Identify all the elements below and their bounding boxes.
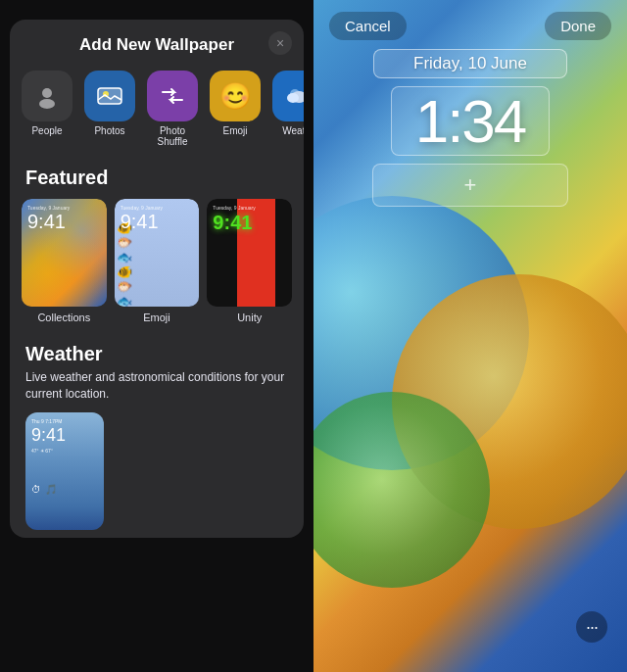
featured-unity[interactable]: Tuesday, 9 January 9:41 Unity	[207, 199, 292, 323]
photo-shuffle-icon	[147, 71, 198, 121]
svg-point-0	[42, 88, 52, 98]
category-emoji[interactable]: 😊 Emoji	[210, 71, 261, 147]
collections-mini-clock: 9:41	[27, 212, 101, 231]
right-panel: Cancel Done Friday, 10 June 1:34 + ···	[314, 0, 627, 672]
unity-mini-date: Tuesday, 9 January	[213, 205, 286, 211]
lock-widget-box[interactable]: +	[372, 164, 568, 207]
collections-thumb: Tuesday, 9 January 9:41	[22, 199, 107, 307]
people-label: People	[31, 125, 62, 136]
unity-caption: Unity	[207, 312, 292, 323]
featured-grid: Tuesday, 9 January 9:41 Collections Tues…	[10, 199, 304, 331]
people-icon	[22, 71, 72, 121]
lock-date-box: Friday, 10 June	[373, 49, 567, 78]
weather-mini-info: Thu 9 7:17PM 9:41 47° ☀ 67° ⏱🎵	[31, 418, 98, 496]
weather-section-desc: Live weather and astronomical conditions…	[25, 369, 288, 403]
collections-time-overlay: Tuesday, 9 January 9:41	[27, 205, 101, 231]
unity-thumb: Tuesday, 9 January 9:41	[207, 199, 292, 307]
weather-mini-date: Thu 9 7:17PM	[31, 418, 98, 424]
lock-time-box: 1:34	[391, 86, 551, 156]
unity-time-overlay: Tuesday, 9 January 9:41	[213, 205, 286, 234]
emoji-mini-clock: 9:41	[121, 212, 194, 231]
photos-icon	[84, 71, 135, 121]
modal-close-button[interactable]: ×	[268, 31, 292, 55]
lock-time: 1:34	[415, 89, 526, 153]
emoji-label: Emoji	[222, 125, 247, 136]
category-weather[interactable]: Weat...	[272, 71, 304, 147]
category-photos[interactable]: Photos	[84, 71, 135, 147]
svg-point-1	[39, 99, 55, 109]
collections-caption: Collections	[22, 312, 107, 323]
weather-section: Weather Live weather and astronomical co…	[10, 331, 304, 538]
emoji-time-overlay: Tuesday, 9 January 9:41	[121, 205, 194, 231]
weather-mini-stats: 47° ☀ 67°	[31, 448, 98, 456]
weather-section-title: Weather	[25, 343, 288, 365]
modal-title: Add New Wallpaper	[79, 35, 234, 54]
category-photo-shuffle[interactable]: Photo Shuffle	[147, 71, 198, 147]
featured-label: Featured	[10, 159, 304, 199]
photos-label: Photos	[94, 125, 124, 136]
weather-cat-icon	[272, 71, 304, 121]
featured-emoji[interactable]: Tuesday, 9 January 9:41 🐠🐡🐟🐠🐡🐟🐠🐡🐟🐠🐡🐟🐠🐡🐟🐠…	[115, 199, 200, 323]
close-icon: ×	[276, 35, 284, 51]
modal-header: Add New Wallpaper ×	[10, 20, 304, 63]
dots-icon: ···	[586, 617, 598, 638]
add-widget-icon: +	[464, 172, 477, 198]
unity-mini-clock: 9:41	[213, 212, 286, 234]
left-panel: Add New Wallpaper × People	[0, 0, 314, 672]
emoji-mini-date: Tuesday, 9 January	[121, 205, 194, 211]
weather-cat-label: Weat...	[282, 125, 304, 136]
weather-preview-thumb[interactable]: Thu 9 7:17PM 9:41 47° ☀ 67° ⏱🎵	[25, 412, 104, 530]
add-wallpaper-modal: Add New Wallpaper × People	[10, 20, 304, 538]
svg-point-7	[287, 93, 299, 103]
collections-mini-date: Tuesday, 9 January	[27, 205, 101, 211]
weather-mini-icons: ⏱🎵	[31, 484, 98, 495]
weather-mini-clock: 9:41	[31, 426, 98, 444]
modal-overlay: Add New Wallpaper × People	[0, 0, 314, 672]
emoji-thumb: Tuesday, 9 January 9:41 🐠🐡🐟🐠🐡🐟🐠🐡🐟🐠🐡🐟🐠🐡🐟🐠…	[115, 199, 200, 307]
done-button[interactable]: Done	[545, 12, 611, 40]
featured-collections[interactable]: Tuesday, 9 January 9:41 Collections	[22, 199, 107, 323]
photo-shuffle-label: Photo Shuffle	[158, 125, 188, 147]
categories-row: People Photos	[10, 63, 304, 159]
lock-date: Friday, 10 June	[413, 54, 527, 73]
emoji-featured-caption: Emoji	[115, 312, 200, 323]
svg-rect-2	[98, 88, 121, 104]
category-people[interactable]: People	[22, 71, 72, 147]
lock-screen-content: Friday, 10 June 1:34 +	[314, 49, 627, 207]
top-bar: Cancel Done	[314, 0, 627, 52]
emoji-icon: 😊	[210, 71, 261, 121]
more-options-button[interactable]: ···	[576, 611, 607, 643]
cancel-button[interactable]: Cancel	[329, 12, 407, 40]
